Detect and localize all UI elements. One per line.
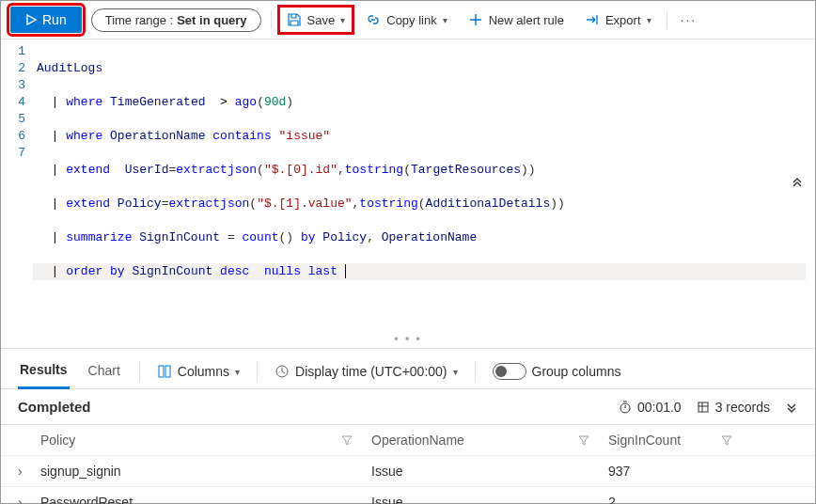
stopwatch-icon xyxy=(619,401,632,414)
group-columns-toggle[interactable]: Group columns xyxy=(493,363,621,380)
toggle-off-icon xyxy=(493,363,526,380)
chevron-down-icon: ▾ xyxy=(453,367,458,377)
status-bar: Completed 00:01.0 3 records xyxy=(1,389,815,425)
divider xyxy=(257,361,258,382)
chevron-down-icon: ▾ xyxy=(235,367,240,377)
collapse-up-icon[interactable] xyxy=(791,176,804,189)
record-count: 3 records xyxy=(697,400,770,415)
play-icon xyxy=(25,14,37,25)
filter-icon[interactable] xyxy=(578,434,608,446)
save-button[interactable]: Save ▾ xyxy=(281,8,352,31)
cell-policy: signup_signin xyxy=(40,464,341,479)
divider xyxy=(139,361,140,382)
expand-row-icon[interactable]: › xyxy=(18,495,40,504)
code-area[interactable]: AuditLogs | where TimeGenerated > ago(90… xyxy=(33,43,815,314)
line-gutter: 1234567 xyxy=(1,43,33,314)
run-label: Run xyxy=(42,12,67,27)
results-toolbar: Results Chart Columns ▾ Display time (UT… xyxy=(1,348,815,389)
col-policy[interactable]: Policy xyxy=(40,433,341,448)
plus-icon xyxy=(468,12,483,27)
columns-button[interactable]: Columns ▾ xyxy=(157,364,240,379)
save-icon xyxy=(287,12,302,27)
group-columns-label: Group columns xyxy=(532,364,621,379)
toolbar-divider xyxy=(667,10,667,29)
time-range-value: Set in query xyxy=(177,13,246,27)
new-alert-button[interactable]: New alert rule xyxy=(463,8,570,31)
app-frame: Run Time range : Set in query Save ▾ Cop… xyxy=(0,0,816,504)
svg-rect-1 xyxy=(165,366,170,377)
chevron-down-icon: ▾ xyxy=(443,15,447,25)
columns-icon xyxy=(157,364,172,379)
cell-operation: Issue xyxy=(371,495,578,504)
toolbar-divider xyxy=(271,10,272,29)
time-range-pill[interactable]: Time range : Set in query xyxy=(91,8,261,32)
tab-results[interactable]: Results xyxy=(18,354,70,389)
table-row[interactable]: › PasswordReset Issue 2 xyxy=(1,487,815,504)
status-title: Completed xyxy=(18,399,91,415)
export-label: Export xyxy=(605,13,641,27)
chevron-down-icon: ▾ xyxy=(340,15,345,25)
chevron-down-icon: ▾ xyxy=(647,15,651,25)
svg-rect-4 xyxy=(698,402,708,412)
table-row[interactable]: › signup_signin Issue 937 xyxy=(1,456,815,487)
toolbar: Run Time range : Set in query Save ▾ Cop… xyxy=(1,1,815,39)
filter-icon[interactable] xyxy=(341,434,371,446)
export-button[interactable]: Export ▾ xyxy=(579,8,657,31)
copy-link-button[interactable]: Copy link ▾ xyxy=(360,8,452,31)
run-button[interactable]: Run xyxy=(10,7,82,33)
copy-link-label: Copy link xyxy=(386,13,436,27)
new-alert-label: New alert rule xyxy=(489,13,564,27)
table-header: Policy OperationName SignInCount xyxy=(1,425,815,456)
query-editor[interactable]: 1234567 AuditLogs | where TimeGenerated … xyxy=(1,39,815,333)
expand-down-icon[interactable] xyxy=(785,401,798,414)
svg-rect-0 xyxy=(159,366,164,377)
display-time-label: Display time (UTC+00:00) xyxy=(295,364,447,379)
cell-count: 937 xyxy=(608,464,721,479)
resize-handle[interactable]: • • • xyxy=(1,333,815,348)
cell-operation: Issue xyxy=(371,464,578,479)
display-time-button[interactable]: Display time (UTC+00:00) ▾ xyxy=(275,364,457,379)
more-button[interactable]: ··· xyxy=(677,12,701,27)
elapsed-time: 00:01.0 xyxy=(619,400,682,415)
time-range-label: Time range : xyxy=(105,13,174,27)
expand-row-icon[interactable]: › xyxy=(18,464,40,479)
cell-count: 2 xyxy=(608,495,721,504)
clock-icon xyxy=(275,364,290,379)
divider xyxy=(475,361,476,382)
col-count[interactable]: SignInCount xyxy=(608,433,721,448)
export-icon xyxy=(585,12,600,27)
cell-policy: PasswordReset xyxy=(40,495,341,504)
filter-icon[interactable] xyxy=(721,434,751,446)
records-icon xyxy=(697,401,710,414)
link-icon xyxy=(366,12,381,27)
columns-label: Columns xyxy=(178,364,229,379)
save-label: Save xyxy=(307,13,336,27)
tab-chart[interactable]: Chart xyxy=(86,355,122,387)
col-operation[interactable]: OperationName xyxy=(371,433,578,448)
